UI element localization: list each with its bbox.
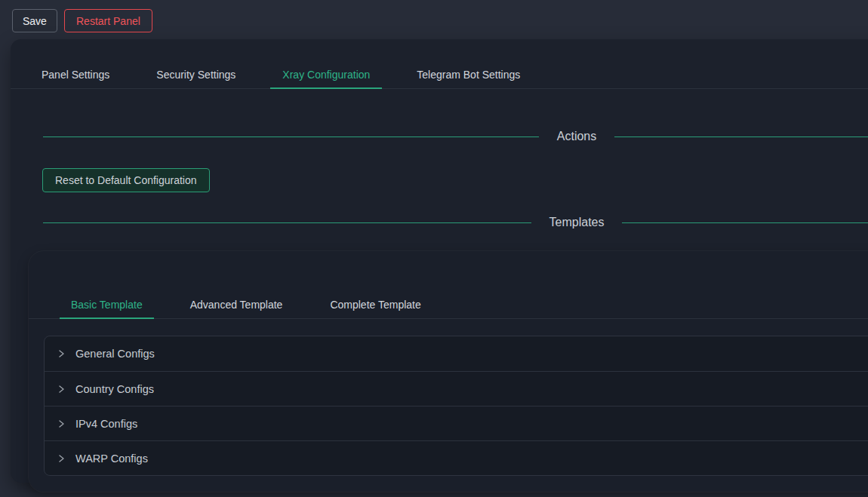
- templates-divider-label: Templates: [549, 216, 605, 229]
- tab-advanced-template[interactable]: Advanced Template: [179, 290, 294, 319]
- template-tabs: Basic Template Advanced Template Complet…: [29, 251, 868, 319]
- accordion-item-label: General Configs: [75, 348, 155, 360]
- actions-divider: Actions: [43, 130, 868, 143]
- accordion-item-label: WARP Configs: [75, 453, 148, 465]
- chevron-right-icon: [56, 453, 66, 464]
- settings-card: Panel Settings Security Settings Xray Co…: [11, 39, 868, 483]
- configs-accordion: General Configs Country Configs IPv4 Con…: [44, 336, 868, 476]
- settings-tabs: Panel Settings Security Settings Xray Co…: [11, 39, 868, 89]
- accordion-item-label: Country Configs: [75, 383, 154, 395]
- accordion-item-warp-configs[interactable]: WARP Configs: [45, 440, 868, 475]
- divider-line-right: [622, 222, 868, 223]
- accordion-item-ipv4-configs[interactable]: IPv4 Configs: [45, 406, 868, 440]
- tab-xray-configuration[interactable]: Xray Configuration: [270, 60, 382, 89]
- tab-telegram-bot-settings[interactable]: Telegram Bot Settings: [405, 60, 532, 89]
- divider-line-left: [43, 222, 531, 223]
- tab-basic-template[interactable]: Basic Template: [60, 290, 154, 319]
- divider-line-left: [43, 137, 539, 137]
- chevron-right-icon: [56, 419, 66, 429]
- chevron-right-icon: [56, 384, 66, 394]
- save-button[interactable]: Save: [12, 9, 57, 32]
- tab-security-settings[interactable]: Security Settings: [144, 60, 248, 89]
- accordion-item-label: IPv4 Configs: [75, 418, 137, 430]
- restart-panel-button[interactable]: Restart Panel: [64, 9, 152, 32]
- divider-line-right: [614, 137, 868, 137]
- accordion-item-country-configs[interactable]: Country Configs: [45, 371, 868, 406]
- templates-card: Basic Template Advanced Template Complet…: [29, 251, 868, 492]
- templates-divider: Templates: [43, 216, 868, 229]
- accordion-item-general-configs[interactable]: General Configs: [45, 336, 868, 371]
- chevron-right-icon: [56, 348, 66, 359]
- actions-divider-label: Actions: [557, 130, 596, 143]
- tab-complete-template[interactable]: Complete Template: [319, 290, 432, 319]
- top-action-bar: Save Restart Panel: [0, 0, 868, 39]
- tab-panel-settings[interactable]: Panel Settings: [29, 60, 122, 89]
- reset-to-default-button[interactable]: Reset to Default Configuration: [42, 168, 210, 192]
